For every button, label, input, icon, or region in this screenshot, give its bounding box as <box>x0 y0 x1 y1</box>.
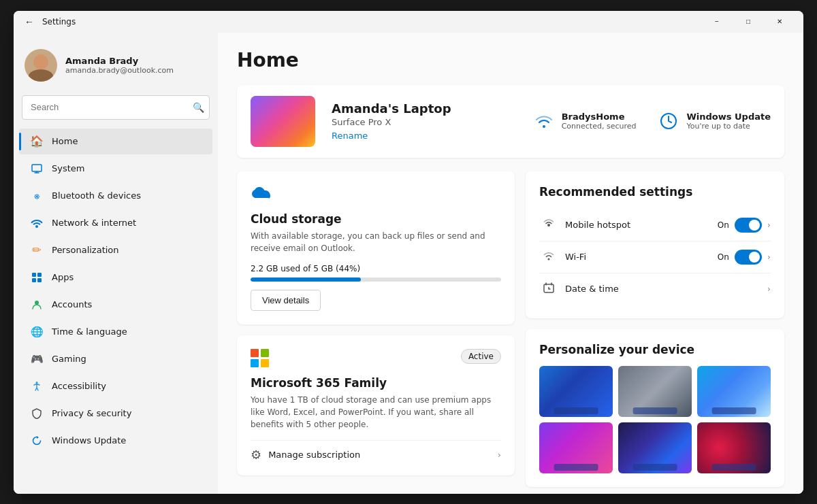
sidebar-item-label: Windows Update <box>52 435 126 446</box>
hotspot-right: On › <box>718 218 771 233</box>
m365-desc: You have 1 TB of cloud storage and can u… <box>251 394 501 431</box>
wifi-icon <box>533 110 555 132</box>
device-name: Amanda's Laptop <box>332 101 517 116</box>
accounts-icon <box>30 298 44 312</box>
search-input[interactable] <box>22 95 210 120</box>
wifi-status: BradysHome Connected, secured <box>533 110 637 132</box>
sidebar-item-personalization[interactable]: ✏️ Personalization <box>19 237 212 263</box>
hotspot-status: On <box>718 220 729 230</box>
sidebar-item-gaming[interactable]: 🎮 Gaming <box>19 346 212 372</box>
user-name: Amanda Brady <box>65 56 207 66</box>
sidebar-item-system[interactable]: System <box>19 156 212 182</box>
wifi-right: On › <box>718 250 771 265</box>
device-model: Surface Pro X <box>332 117 517 127</box>
device-info: Amanda's Laptop Surface Pro X Rename <box>332 101 517 141</box>
svg-rect-0 <box>32 165 42 171</box>
system-icon <box>30 162 44 175</box>
manage-subscription-row[interactable]: ⚙ Manage subscription › <box>251 440 501 462</box>
user-email: amanda.brady@outlook.com <box>65 66 207 75</box>
manage-left: ⚙ Manage subscription <box>251 448 360 462</box>
time-icon: 🌐 <box>30 325 44 339</box>
manage-label: Manage subscription <box>268 450 360 460</box>
apps-icon <box>30 271 44 284</box>
sidebar-item-accessibility[interactable]: Accessibility <box>19 373 212 399</box>
sidebar-item-privacy[interactable]: Privacy & security <box>19 401 212 426</box>
sidebar-item-home[interactable]: 🏠 Home <box>19 129 212 154</box>
svg-rect-7 <box>37 278 42 282</box>
svg-point-3 <box>35 225 38 228</box>
sidebar-item-time[interactable]: 🌐 Time & language <box>19 319 212 345</box>
user-section: Amanda Brady amanda.brady@outlook.com <box>14 41 218 95</box>
wifi-label: BradysHome <box>562 112 637 122</box>
mobile-hotspot-row[interactable]: Mobile hotspot On › <box>539 209 771 241</box>
sidebar: Amanda Brady amanda.brady@outlook.com 🔍 … <box>14 33 218 494</box>
main-content: Home Amanda's Laptop Surface Pro X Renam… <box>218 33 803 494</box>
cloud-icon <box>251 185 501 205</box>
datetime-right: › <box>767 284 771 294</box>
personalize-card: Personalize your device <box>526 329 784 487</box>
wallpaper-1[interactable] <box>539 366 613 417</box>
content-grid: Cloud storage With available storage, yo… <box>237 171 784 487</box>
minimize-button[interactable]: − <box>701 11 733 33</box>
update-sub: You're up to date <box>686 122 771 131</box>
back-button[interactable]: ← <box>22 14 37 30</box>
cloud-storage-title: Cloud storage <box>251 212 501 226</box>
rename-link[interactable]: Rename <box>332 131 368 141</box>
sidebar-item-label: Accessibility <box>52 381 106 391</box>
sidebar-item-accounts[interactable]: Accounts <box>19 292 212 318</box>
search-box: 🔍 <box>22 95 210 120</box>
svg-point-11 <box>547 224 550 226</box>
update-status: Windows Update You're up to date <box>658 110 771 132</box>
hotspot-toggle[interactable] <box>735 218 762 233</box>
sidebar-item-label: Privacy & security <box>52 408 131 418</box>
sidebar-item-network[interactable]: Network & internet <box>19 210 212 236</box>
storage-label: 2.2 GB used of 5 GB (44%) <box>251 264 501 273</box>
chevron-icon: › <box>767 284 771 294</box>
network-icon <box>30 216 44 230</box>
sidebar-item-label: Apps <box>52 272 74 282</box>
svg-point-9 <box>36 382 38 384</box>
right-column: Recommended settings Mobile hotspot <box>526 171 784 487</box>
sidebar-item-bluetooth[interactable]: ⎈ Bluetooth & devices <box>19 183 212 209</box>
active-badge: Active <box>461 349 501 364</box>
storage-bar-container: 2.2 GB used of 5 GB (44%) <box>251 264 501 282</box>
wallpaper-4[interactable] <box>539 422 613 473</box>
wallpaper-6[interactable] <box>697 422 771 473</box>
svg-point-12 <box>548 258 550 260</box>
datetime-icon <box>539 282 558 297</box>
wallpaper-3[interactable] <box>697 366 771 417</box>
wifi-sub: Connected, secured <box>562 122 637 131</box>
chevron-icon: › <box>767 220 771 230</box>
cloud-storage-card: Cloud storage With available storage, yo… <box>237 171 515 324</box>
window-body: Amanda Brady amanda.brady@outlook.com 🔍 … <box>14 33 803 494</box>
hotspot-icon <box>539 218 558 233</box>
sidebar-item-apps[interactable]: Apps <box>19 265 212 290</box>
sidebar-item-label: Bluetooth & devices <box>52 190 141 201</box>
bluetooth-icon: ⎈ <box>30 189 44 203</box>
update-info: Windows Update You're up to date <box>686 112 771 131</box>
avatar[interactable] <box>25 49 57 82</box>
close-button[interactable]: ✕ <box>764 11 795 33</box>
search-icon[interactable]: 🔍 <box>193 102 204 113</box>
hotspot-label: Mobile hotspot <box>565 220 711 230</box>
titlebar-title: Settings <box>42 17 76 27</box>
wallpaper-2[interactable] <box>618 366 692 417</box>
maximize-button[interactable]: □ <box>733 11 764 33</box>
datetime-row[interactable]: Date & time › <box>539 273 771 305</box>
gaming-icon: 🎮 <box>30 352 44 366</box>
svg-rect-6 <box>32 278 36 282</box>
left-column: Cloud storage With available storage, yo… <box>237 171 515 487</box>
view-details-button[interactable]: View details <box>251 290 321 311</box>
device-status: BradysHome Connected, secured Wind <box>533 110 771 132</box>
recommended-title: Recommended settings <box>539 185 771 199</box>
wifi-row[interactable]: Wi-Fi On › <box>539 241 771 273</box>
page-title: Home <box>237 49 784 71</box>
microsoft-logo <box>251 349 270 368</box>
wifi-toggle[interactable] <box>735 250 762 265</box>
chevron-icon: › <box>767 252 771 262</box>
svg-rect-5 <box>37 273 42 277</box>
update-label: Windows Update <box>686 112 771 122</box>
sidebar-item-update[interactable]: Windows Update <box>19 428 212 454</box>
wallpaper-grid <box>539 366 771 473</box>
wallpaper-5[interactable] <box>618 422 692 473</box>
